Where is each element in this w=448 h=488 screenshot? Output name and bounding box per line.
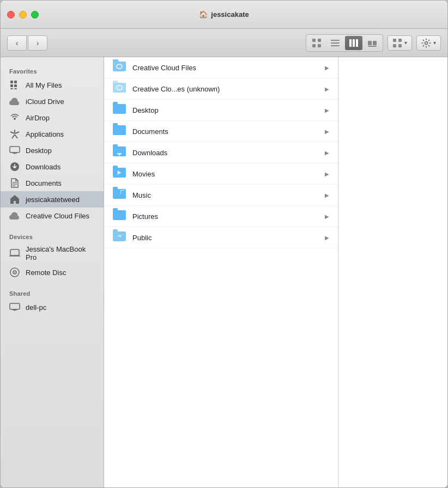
file-chevron: ▶ [325, 107, 329, 113]
file-item[interactable]: Creative Cloud Files ▶ [104, 57, 338, 78]
svg-rect-13 [393, 39, 396, 42]
icon-view-button[interactable] [308, 36, 325, 50]
forward-button[interactable]: › [28, 35, 47, 51]
folder-icon [113, 210, 127, 222]
traffic-lights [7, 11, 39, 19]
settings-dropdown[interactable]: ▾ [416, 35, 441, 51]
file-item[interactable]: Documents ▶ [104, 121, 338, 142]
svg-line-28 [10, 132, 14, 133]
sidebar-item-remote-disc[interactable]: Remote Disc [1, 264, 104, 280]
svg-rect-1 [318, 39, 321, 42]
sidebar-item-macbook[interactable]: Jessica's MacBook Pro [1, 242, 104, 264]
sidebar-item-creative-cloud[interactable]: Creative Cloud Files [1, 208, 104, 224]
svg-rect-12 [368, 46, 377, 47]
folder-icon [113, 83, 127, 95]
svg-line-27 [15, 135, 17, 138]
sidebar-item-applications[interactable]: Applications [1, 126, 104, 142]
applications-label: Applications [26, 130, 64, 138]
file-item[interactable]: Movies ▶ [104, 163, 338, 185]
remote-disc-icon [9, 267, 20, 278]
file-name: Movies [132, 170, 319, 178]
file-item[interactable]: Pictures ▶ [104, 206, 338, 227]
file-item[interactable]: Music ▶ [104, 185, 338, 206]
applications-icon [9, 129, 20, 139]
column-view-button[interactable] [345, 36, 362, 50]
airdrop-label: AirDrop [26, 114, 50, 122]
svg-rect-41 [10, 303, 20, 309]
icloud-drive-icon [9, 96, 20, 107]
file-name: Desktop [132, 106, 319, 114]
svg-point-40 [14, 272, 15, 273]
svg-line-26 [12, 135, 15, 138]
window-title: 🏠 jessicakate [199, 10, 249, 19]
folder-icon [113, 147, 127, 158]
svg-rect-2 [312, 44, 316, 47]
close-button[interactable] [7, 11, 15, 19]
svg-rect-20 [10, 84, 13, 87]
svg-rect-10 [368, 41, 372, 45]
sidebar-item-dell-pc[interactable]: dell-pc [1, 299, 104, 315]
remote-disc-label: Remote Disc [26, 269, 66, 277]
favorites-label: Favorites [1, 64, 104, 77]
home-icon: 🏠 [199, 10, 208, 19]
all-my-files-label: All My Files [26, 81, 62, 89]
view-buttons [306, 34, 383, 52]
dell-pc-label: dell-pc [26, 303, 46, 312]
shared-label: Shared [1, 286, 104, 299]
file-chevron: ▶ [325, 150, 329, 156]
file-chevron: ▶ [325, 171, 329, 177]
empty-panel [338, 57, 447, 487]
main-content: Favorites All My Files [1, 57, 447, 487]
sidebar-item-all-my-files[interactable]: All My Files [1, 77, 104, 93]
folder-icon [113, 125, 127, 137]
file-chevron: ▶ [325, 129, 329, 135]
all-my-files-icon [9, 80, 20, 90]
maximize-button[interactable] [31, 11, 39, 19]
folder-icon [113, 189, 127, 201]
cover-flow-button[interactable] [364, 36, 381, 50]
svg-rect-3 [318, 44, 321, 47]
file-item[interactable]: Downloads ▶ [104, 142, 338, 163]
sidebar-item-airdrop[interactable]: AirDrop [1, 109, 104, 126]
title-bar: 🏠 jessicakate [1, 1, 447, 29]
desktop-label: Desktop [26, 147, 52, 155]
documents-icon [9, 178, 20, 188]
home-label: jessicakatetweed [26, 196, 80, 204]
file-name: Music [132, 191, 319, 199]
downloads-icon [9, 161, 20, 172]
list-view-button[interactable] [326, 36, 344, 50]
sidebar-item-desktop[interactable]: Desktop [1, 142, 104, 158]
svg-rect-14 [398, 39, 402, 42]
svg-rect-0 [312, 39, 316, 42]
file-name: Creative Cloud Files [132, 64, 319, 72]
sidebar-item-home[interactable]: jessicakatetweed [1, 191, 104, 208]
file-item[interactable]: Desktop ▶ [104, 100, 338, 121]
file-chevron: ▶ [325, 235, 329, 241]
minimize-button[interactable] [19, 11, 27, 19]
file-item[interactable]: Creative Clo...es (unknown) ▶ [104, 78, 338, 100]
sidebar-item-downloads[interactable]: Downloads [1, 158, 104, 175]
file-name: Creative Clo...es (unknown) [132, 85, 319, 93]
folder-icon: ⇒ [113, 231, 127, 243]
svg-rect-21 [14, 84, 17, 87]
svg-rect-11 [373, 41, 377, 45]
svg-rect-22 [10, 88, 13, 89]
svg-rect-8 [353, 39, 355, 47]
svg-point-24 [14, 118, 16, 120]
file-panel: Creative Cloud Files ▶ Creative Clo...es… [104, 57, 338, 487]
documents-label: Documents [26, 179, 62, 187]
svg-rect-37 [10, 249, 19, 255]
home-icon [9, 194, 20, 205]
downloads-label: Downloads [26, 163, 60, 171]
arrange-dropdown[interactable]: ▾ [388, 35, 412, 51]
sidebar: Favorites All My Files [1, 57, 104, 487]
icloud-drive-label: iCloud Drive [26, 97, 64, 106]
back-button[interactable]: ‹ [7, 35, 27, 51]
sidebar-item-documents[interactable]: Documents [1, 175, 104, 191]
airdrop-icon [9, 112, 20, 123]
svg-rect-30 [10, 147, 20, 152]
svg-rect-18 [10, 81, 13, 83]
file-name: Documents [132, 127, 319, 136]
sidebar-item-icloud-drive[interactable]: iCloud Drive [1, 93, 104, 109]
file-item[interactable]: ⇒ Public ▶ [104, 227, 338, 248]
